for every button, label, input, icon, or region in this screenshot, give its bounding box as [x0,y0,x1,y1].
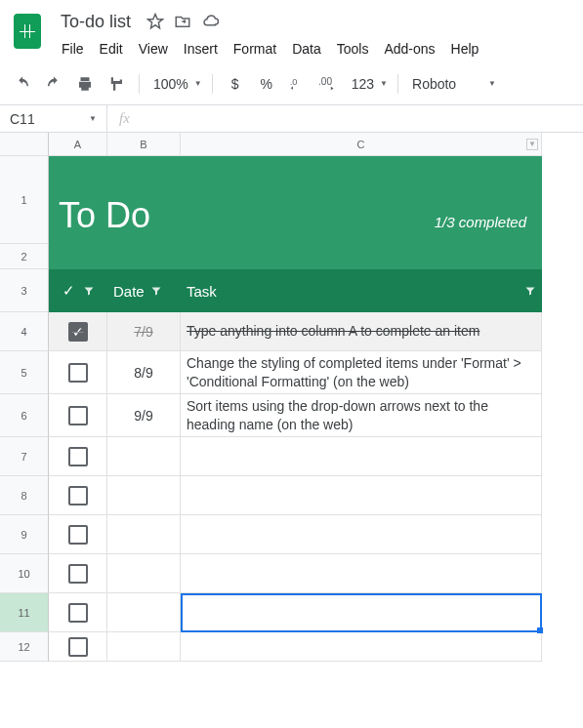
undo-button[interactable] [10,71,35,97]
font-dropdown[interactable]: Roboto▼ [408,76,496,92]
row-header-11[interactable]: 11 [0,593,49,632]
row-header-10[interactable]: 10 [0,554,49,593]
filter-icon[interactable] [150,285,162,297]
checkbox-icon [68,363,88,383]
redo-button[interactable] [41,71,66,97]
star-icon[interactable] [146,13,164,30]
paint-format-button[interactable] [104,71,129,97]
selection-handle[interactable] [537,627,543,633]
doc-title[interactable]: To-do list [55,10,137,34]
date-row9[interactable] [107,515,181,554]
checkbox-icon [68,447,88,466]
task-row4[interactable]: Type anything into column A to complete … [181,312,542,351]
date-row8[interactable] [107,476,181,515]
col-header-c[interactable]: C▼ [181,133,542,156]
zoom-dropdown[interactable]: 100%▼ [149,76,202,92]
checkbox-icon [68,406,88,425]
cell-row2[interactable] [49,244,542,269]
row-header-3[interactable]: 3 [0,269,49,312]
toolbar: 100%▼ $ % .0 .00 123▼ Roboto▼ [0,62,583,105]
row-header-6[interactable]: 6 [0,394,49,437]
col-header-a[interactable]: A [49,133,107,156]
task-row9[interactable] [181,515,542,554]
completed-count[interactable]: 1/3 completed [181,156,542,244]
task-row5[interactable]: Change the styling of completed items un… [181,351,542,394]
menu-format[interactable]: Format [227,37,283,61]
checkbox-row11[interactable] [49,593,107,632]
filter-icon[interactable] [524,285,536,297]
heading-task[interactable]: Task [181,269,542,312]
row-header-5[interactable]: 5 [0,351,49,394]
checkbox-icon [68,525,88,545]
fx-icon: fx [107,110,142,127]
menu-help[interactable]: Help [444,37,486,61]
task-row11-selected[interactable] [181,593,542,632]
menubar: File Edit View Insert Format Data Tools … [55,35,575,62]
increase-decimal-button[interactable]: .00 [316,71,342,97]
percent-button[interactable]: % [254,71,279,97]
checkbox-row8[interactable] [49,476,107,515]
checkbox-icon [68,564,88,584]
date-row6[interactable]: 9/9 [107,394,181,437]
col-header-b[interactable]: B [107,133,181,156]
date-row10[interactable] [107,554,181,593]
print-button[interactable] [72,71,98,97]
menu-tools[interactable]: Tools [330,37,376,61]
checkbox-row5[interactable] [49,351,107,394]
svg-text:.0: .0 [289,76,297,86]
checkbox-row9[interactable] [49,515,107,554]
date-row4[interactable]: 7/9 [107,312,181,351]
checkbox-row4[interactable]: ✓ [49,312,107,351]
task-row7[interactable] [181,437,542,476]
row-header-12[interactable]: 12 [0,632,49,662]
menu-data[interactable]: Data [285,37,328,61]
task-row8[interactable] [181,476,542,515]
menu-file[interactable]: File [55,37,91,61]
heading-date[interactable]: Date [107,269,181,312]
formula-bar[interactable] [142,105,583,132]
number-format-dropdown[interactable]: 123▼ [348,76,388,92]
name-box[interactable]: C11▼ [0,105,107,132]
sheet-title[interactable]: To Do [49,156,181,244]
checkbox-icon: ✓ [68,322,88,342]
sheets-logo[interactable] [8,8,47,55]
spreadsheet-grid: A B C▼ 1 To Do 1/3 completed 2 3 ✓ Date … [0,133,583,662]
checkbox-row7[interactable] [49,437,107,476]
move-icon[interactable] [174,13,191,30]
heading-check[interactable]: ✓ [49,269,107,312]
menu-edit[interactable]: Edit [93,37,130,61]
row-header-4[interactable]: 4 [0,312,49,351]
task-row12[interactable] [181,632,542,662]
date-row7[interactable] [107,437,181,476]
checkbox-row6[interactable] [49,394,107,437]
row-header-9[interactable]: 9 [0,515,49,554]
filter-icon[interactable] [83,285,95,297]
cloud-icon[interactable] [201,13,221,30]
checkbox-row10[interactable] [49,554,107,593]
col-dropdown-icon[interactable]: ▼ [526,139,538,150]
checkbox-icon [68,603,88,623]
task-row6[interactable]: Sort items using the drop-down arrows ne… [181,394,542,437]
select-all-corner[interactable] [0,133,49,156]
row-header-1[interactable]: 1 [0,156,49,244]
checkbox-row12[interactable] [49,632,107,662]
currency-button[interactable]: $ [223,71,248,97]
task-row10[interactable] [181,554,542,593]
row-header-2[interactable]: 2 [0,244,49,269]
svg-text:.00: .00 [318,75,332,86]
checkbox-icon [68,637,88,657]
date-row12[interactable] [107,632,181,662]
date-row11[interactable] [107,593,181,632]
menu-addons[interactable]: Add-ons [377,37,441,61]
date-row5[interactable]: 8/9 [107,351,181,394]
row-header-8[interactable]: 8 [0,476,49,515]
checkbox-icon [68,486,88,506]
menu-view[interactable]: View [132,37,175,61]
row-header-7[interactable]: 7 [0,437,49,476]
menu-insert[interactable]: Insert [177,37,225,61]
decrease-decimal-button[interactable]: .0 [285,71,311,97]
